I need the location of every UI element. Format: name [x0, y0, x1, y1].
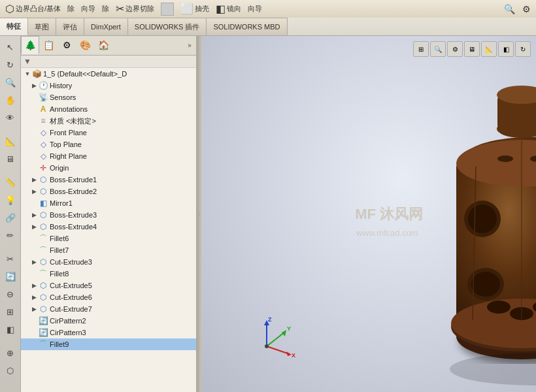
tree-item-right-plane[interactable]: ◇ Right Plane — [21, 150, 196, 162]
strip-icon-arrow[interactable]: ↖ — [2, 39, 19, 56]
toolbar-btn-shell[interactable]: ⬜ 抽壳 — [178, 1, 212, 16]
tree-item-history[interactable]: ▶ 🕐 History — [21, 80, 196, 91]
cut-extrude7-icon: ⬡ — [38, 304, 48, 314]
expand-annotations[interactable] — [30, 105, 38, 113]
tree-item-boss-extrude4[interactable]: ▶ ⬡ Boss-Extrude4 — [21, 221, 196, 233]
strip-icon-measure[interactable]: 📏 — [2, 174, 19, 191]
tree-item-top-plane[interactable]: ◇ Top Plane — [21, 139, 196, 150]
strip-icon-block[interactable]: ⬡ — [2, 362, 19, 379]
expand-sensors[interactable] — [30, 93, 38, 101]
strip-icon-mirror2[interactable]: ◧ — [2, 321, 19, 338]
strip-icon-section[interactable]: 📐 — [2, 133, 19, 150]
expand-cut-extrude3[interactable]: ▶ — [30, 258, 38, 266]
tree-item-cut-extrude3[interactable]: ▶ ⬡ Cut-Extrude3 — [21, 256, 196, 268]
strip-icon-trim[interactable]: ✂ — [2, 250, 19, 267]
view-btn-4[interactable]: 🖥 — [464, 41, 480, 57]
expand-front-plane[interactable] — [30, 129, 38, 137]
expand-cut-extrude6[interactable]: ▶ — [30, 293, 38, 301]
panel-tab-custom[interactable]: 🏠 — [94, 36, 112, 54]
tab-dimxpert[interactable]: DimXpert — [84, 18, 128, 35]
expand-mirror1[interactable] — [30, 199, 38, 207]
view-btn-2[interactable]: 🔍 — [430, 41, 446, 57]
toolbar-btn-boundary-cut[interactable]: ✂ 边界切除 — [113, 1, 157, 16]
tab-features[interactable]: 特征 — [0, 18, 28, 35]
toolbar-btn-mirror[interactable]: ◧ 镜向 — [213, 1, 244, 16]
expand-fillet9[interactable] — [30, 340, 38, 348]
expand-origin[interactable] — [30, 164, 38, 172]
strip-icon-rotate[interactable]: ↻ — [2, 56, 19, 73]
toolbar-btn-wizard2[interactable]: 向导 — [245, 3, 265, 15]
strip-icon-zoom[interactable]: 🔍 — [2, 74, 19, 91]
panel-tab-more[interactable]: » — [183, 36, 196, 55]
expand-boss-extrude3[interactable]: ▶ — [30, 211, 38, 219]
tree-item-cut-extrude5[interactable]: ▶ ⬡ Cut-Extrude5 — [21, 280, 196, 291]
3d-viewport[interactable]: MF 沐风网 www.mfcad.com Z X Y — [201, 36, 536, 392]
view-btn-1[interactable]: ⊞ — [413, 41, 429, 57]
strip-icon-convert[interactable]: 🔄 — [2, 268, 19, 285]
expand-fillet8[interactable] — [30, 270, 38, 278]
tree-root-label: 1_5 (Default<<Default>_D — [43, 70, 127, 78]
toolbar-btn-remove2[interactable]: 除 — [99, 3, 112, 15]
root-icon: 📦 — [31, 69, 42, 79]
expand-boss-extrude2[interactable]: ▶ — [30, 188, 38, 195]
tree-item-cut-extrude7[interactable]: ▶ ⬡ Cut-Extrude7 — [21, 303, 196, 315]
expand-boss-extrude4[interactable]: ▶ — [30, 223, 38, 231]
tree-item-fillet7[interactable]: ⌒ Fillet7 — [21, 244, 196, 256]
tree-item-cut-extrude6[interactable]: ▶ ⬡ Cut-Extrude6 — [21, 291, 196, 303]
strip-icon-pan[interactable]: ✋ — [2, 91, 19, 108]
expand-boss-extrude1[interactable]: ▶ — [30, 176, 38, 184]
tree-item-cirpattern2[interactable]: 🔄 CirPattern2 — [21, 315, 196, 327]
tree-item-front-plane[interactable]: ◇ Front Plane — [21, 127, 196, 139]
panel-tab-property[interactable]: 📋 — [39, 36, 58, 54]
tab-sketch[interactable]: 草图 — [28, 18, 56, 35]
tree-item-fillet9[interactable]: ⌒ Fillet9 — [21, 338, 196, 350]
tab-evaluate[interactable]: 评估 — [56, 18, 84, 35]
toolbar-options-btn[interactable]: ⚙ — [520, 3, 533, 16]
panel-tab-feature[interactable]: 🌲 — [21, 36, 39, 54]
strip-icon-ref[interactable]: 🔗 — [2, 209, 19, 226]
view-btn-6[interactable]: ◧ — [498, 41, 514, 57]
tree-item-boss-extrude2[interactable]: ▶ ⬡ Boss-Extrude2 — [21, 186, 196, 197]
tree-item-sensors[interactable]: 📡 Sensors — [21, 91, 196, 103]
strip-icon-sketch2[interactable]: ✏ — [2, 227, 19, 244]
expand-fillet6[interactable] — [30, 235, 38, 242]
toolbar-btn-extrude-boss[interactable]: ⬡ 边界凸台/基体 — [3, 1, 63, 16]
strip-icon-pattern[interactable]: ⊞ — [2, 303, 19, 320]
strip-icon-offset[interactable]: ⊖ — [2, 286, 19, 302]
panel-tab-config[interactable]: ⚙ — [58, 36, 76, 54]
expand-cirpattern2[interactable] — [30, 317, 38, 325]
view-btn-3[interactable]: ⚙ — [447, 41, 463, 57]
tree-item-origin[interactable]: ✛ Origin — [21, 162, 196, 174]
tree-item-fillet8[interactable]: ⌒ Fillet8 — [21, 268, 196, 280]
tree-item-mirror1[interactable]: ◧ Mirror1 — [21, 197, 196, 209]
toolbar-search-btn[interactable]: 🔍 — [501, 3, 518, 16]
tree-item-fillet6[interactable]: ⌒ Fillet6 — [21, 233, 196, 244]
expand-cut-extrude7[interactable]: ▶ — [30, 305, 38, 313]
strip-icon-point[interactable]: ⊕ — [2, 344, 19, 361]
tab-solidworks-mbd[interactable]: SOLIDWORKS MBD — [207, 18, 287, 35]
tree-item-cirpattern3[interactable]: 🔄 CirPattern3 — [21, 327, 196, 338]
feature-tree[interactable]: ▼ 📦 1_5 (Default<<Default>_D ▶ 🕐 History… — [21, 68, 196, 392]
expand-fillet7[interactable] — [30, 246, 38, 254]
strip-icon-smart[interactable]: 💡 — [2, 191, 19, 208]
tab-solidworks-addon[interactable]: SOLIDWORKS 插件 — [128, 18, 207, 35]
expand-right-plane[interactable] — [30, 152, 38, 160]
tree-item-boss-extrude3[interactable]: ▶ ⬡ Boss-Extrude3 — [21, 209, 196, 221]
expand-top-plane[interactable] — [30, 140, 38, 148]
strip-icon-display[interactable]: 🖥 — [2, 150, 19, 167]
view-btn-7[interactable]: ↻ — [515, 41, 531, 57]
expand-material[interactable] — [30, 117, 38, 125]
expand-history[interactable]: ▶ — [30, 82, 38, 90]
strip-icon-view[interactable]: 👁 — [2, 109, 19, 126]
panel-tab-appearance[interactable]: 🎨 — [76, 36, 94, 54]
toolbar-btn-remove1[interactable]: 除 — [65, 3, 77, 15]
expand-root[interactable]: ▼ — [24, 70, 31, 78]
view-btn-5[interactable]: 📐 — [481, 41, 497, 57]
tree-item-material[interactable]: ≡ 材质 <未指定> — [21, 115, 196, 127]
expand-cirpattern3[interactable] — [30, 329, 38, 336]
expand-cut-extrude5[interactable]: ▶ — [30, 282, 38, 289]
tree-item-boss-extrude1[interactable]: ▶ ⬡ Boss-Extrude1 — [21, 174, 196, 186]
toolbar-btn-wizard1[interactable]: 向导 — [78, 3, 98, 15]
tree-item-annotations[interactable]: A Annotations — [21, 103, 196, 115]
tree-item-root[interactable]: ▼ 📦 1_5 (Default<<Default>_D — [21, 68, 196, 80]
